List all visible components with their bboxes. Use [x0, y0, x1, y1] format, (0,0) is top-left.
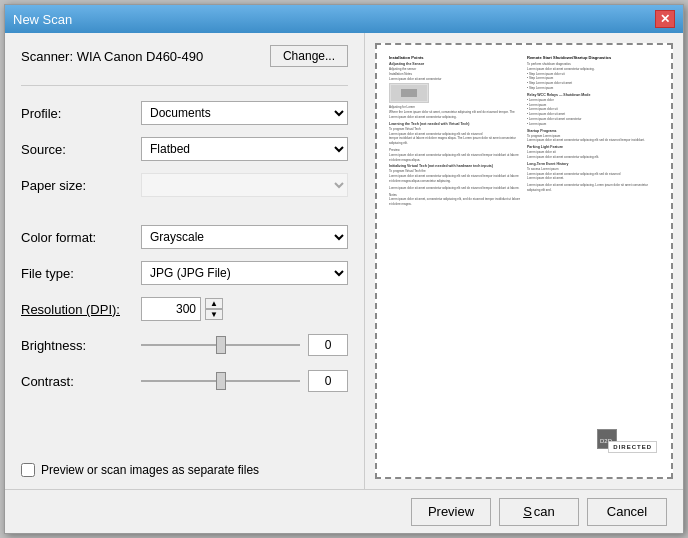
paper-size-select[interactable] — [141, 173, 348, 197]
profile-row: Profile: Documents Photos Custom — [21, 100, 348, 126]
color-format-control: Grayscale Color Black and White — [141, 225, 348, 249]
dialog-body: Scanner: WIA Canon D460-490 Change... Pr… — [5, 33, 683, 489]
contrast-slider[interactable] — [141, 371, 300, 391]
resolution-input[interactable] — [141, 297, 201, 321]
brightness-slider-container — [141, 335, 300, 355]
separate-files-label[interactable]: Preview or scan images as separate files — [41, 463, 259, 477]
preview-panel: Installation Points Adjusting the Sensor… — [375, 43, 673, 479]
resolution-row: Resolution (DPI): ▲ ▼ — [21, 296, 348, 322]
brightness-row: Brightness: 0 — [21, 332, 348, 358]
source-row: Source: Flatbed Feeder — [21, 136, 348, 162]
profile-control: Documents Photos Custom — [141, 101, 348, 125]
paper-size-control — [141, 173, 348, 197]
file-type-control: JPG (JPG File) PNG (PNG File) BMP (BMP F… — [141, 261, 348, 285]
file-type-label: File type: — [21, 266, 141, 281]
source-control: Flatbed Feeder — [141, 137, 348, 161]
color-format-select[interactable]: Grayscale Color Black and White — [141, 225, 348, 249]
contrast-control: 0 — [141, 370, 348, 392]
source-label: Source: — [21, 142, 141, 157]
document-preview: Installation Points Adjusting the Sensor… — [381, 49, 667, 473]
scanner-label: Scanner: WIA Canon D460-490 — [21, 49, 203, 64]
contrast-value: 0 — [308, 370, 348, 392]
doc-image-1 — [389, 83, 429, 103]
scan-label-rest: can — [534, 504, 555, 519]
contrast-slider-container — [141, 371, 300, 391]
brightness-label: Brightness: — [21, 338, 141, 353]
dialog-title: New Scan — [13, 12, 72, 27]
color-format-label: Color format: — [21, 230, 141, 245]
preview-content: Installation Points Adjusting the Sensor… — [377, 45, 671, 477]
resolution-up-button[interactable]: ▲ — [205, 298, 223, 309]
profile-select[interactable]: Documents Photos Custom — [141, 101, 348, 125]
bottom-bar: Preview Scan Cancel — [5, 489, 683, 533]
resolution-spinners: ▲ ▼ — [205, 298, 223, 320]
resolution-control: ▲ ▼ — [141, 297, 348, 321]
file-type-row: File type: JPG (JPG File) PNG (PNG File)… — [21, 260, 348, 286]
separate-files-checkbox[interactable] — [21, 463, 35, 477]
brightness-value: 0 — [308, 334, 348, 356]
scanner-row: Scanner: WIA Canon D460-490 Change... — [21, 45, 348, 67]
directed-logo: DIRECTED — [608, 441, 657, 453]
brightness-control: 0 — [141, 334, 348, 356]
document-page: Installation Points Adjusting the Sensor… — [381, 49, 667, 473]
resolution-down-button[interactable]: ▼ — [205, 309, 223, 320]
resolution-label: Resolution (DPI): — [21, 302, 141, 317]
close-button[interactable]: ✕ — [655, 10, 675, 28]
preview-button[interactable]: Preview — [411, 498, 491, 526]
file-type-select[interactable]: JPG (JPG File) PNG (PNG File) BMP (BMP F… — [141, 261, 348, 285]
color-format-row: Color format: Grayscale Color Black and … — [21, 224, 348, 250]
source-select[interactable]: Flatbed Feeder — [141, 137, 348, 161]
title-bar: New Scan ✕ — [5, 5, 683, 33]
separate-files-row: Preview or scan images as separate files — [21, 463, 348, 477]
change-button[interactable]: Change... — [270, 45, 348, 67]
new-scan-dialog: New Scan ✕ Scanner: WIA Canon D460-490 C… — [4, 4, 684, 534]
profile-label: Profile: — [21, 106, 141, 121]
cancel-button[interactable]: Cancel — [587, 498, 667, 526]
svg-rect-1 — [401, 89, 417, 97]
cancel-label: Cancel — [607, 504, 647, 519]
left-panel: Scanner: WIA Canon D460-490 Change... Pr… — [5, 33, 365, 489]
paper-size-label: Paper size: — [21, 178, 141, 193]
paper-size-row: Paper size: — [21, 172, 348, 198]
contrast-label: Contrast: — [21, 374, 141, 389]
scan-icon-underline: S — [523, 504, 532, 519]
preview-label: Preview — [428, 504, 474, 519]
brightness-slider[interactable] — [141, 335, 300, 355]
divider-1 — [21, 85, 348, 86]
contrast-row: Contrast: 0 — [21, 368, 348, 394]
scan-button[interactable]: Scan — [499, 498, 579, 526]
